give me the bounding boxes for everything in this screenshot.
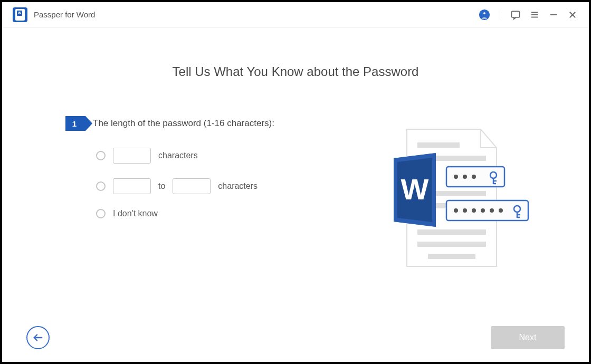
question-text: The length of the password (1-16 charact… (93, 118, 274, 129)
app-logo-icon (13, 7, 27, 22)
svg-point-19 (463, 175, 467, 179)
svg-rect-13 (417, 229, 486, 235)
svg-point-26 (454, 208, 458, 213)
page-title: Tell Us What You Know about the Password (55, 64, 536, 79)
radio-unknown[interactable] (96, 209, 106, 218)
svg-point-20 (472, 175, 476, 179)
app-title: Passper for Word (34, 10, 95, 19)
svg-point-1 (483, 12, 486, 15)
close-icon[interactable] (567, 9, 578, 21)
svg-point-29 (481, 208, 485, 213)
label-range-connector: to (158, 181, 165, 191)
app-window: Passper for Word (2, 2, 589, 362)
svg-rect-9 (417, 142, 460, 148)
svg-point-27 (463, 208, 467, 213)
svg-point-18 (454, 175, 458, 179)
label-exact-suffix: characters (158, 151, 198, 160)
svg-rect-2 (512, 11, 520, 17)
radio-exact[interactable] (96, 151, 106, 160)
input-range-to[interactable] (173, 178, 211, 194)
titlebar-right (479, 9, 578, 21)
options-list: characters to characters I don't know (65, 148, 346, 218)
form-area: 1 The length of the password (1-16 chara… (55, 116, 346, 282)
step-badge: 1 (65, 116, 85, 131)
option-range: to characters (96, 178, 346, 194)
radio-range[interactable] (96, 181, 106, 191)
option-exact: characters (96, 148, 346, 164)
svg-point-31 (499, 208, 503, 213)
next-button[interactable]: Next (491, 326, 565, 349)
titlebar-divider (500, 9, 500, 20)
input-range-from[interactable] (113, 178, 151, 194)
content-area: Tell Us What You Know about the Password… (2, 27, 589, 362)
minimize-icon[interactable] (548, 9, 559, 21)
svg-rect-14 (417, 242, 486, 247)
option-unknown: I don't know (96, 209, 346, 218)
label-unknown: I don't know (113, 209, 158, 218)
footer: Next (2, 326, 589, 349)
svg-point-28 (472, 208, 476, 213)
question-row: 1 The length of the password (1-16 chara… (65, 116, 346, 131)
menu-icon[interactable] (529, 9, 540, 21)
account-icon[interactable] (479, 9, 490, 21)
feedback-icon[interactable] (510, 9, 521, 21)
svg-rect-15 (428, 254, 475, 259)
illustration: W (378, 116, 536, 282)
label-range-suffix: characters (218, 181, 258, 191)
back-button[interactable] (26, 326, 50, 349)
input-exact-length[interactable] (113, 148, 151, 164)
titlebar: Passper for Word (2, 2, 589, 27)
svg-rect-25 (446, 200, 528, 221)
svg-point-30 (490, 208, 494, 213)
main-row: 1 The length of the password (1-16 chara… (55, 116, 536, 282)
svg-text:W: W (401, 173, 429, 206)
titlebar-left: Passper for Word (13, 7, 95, 22)
